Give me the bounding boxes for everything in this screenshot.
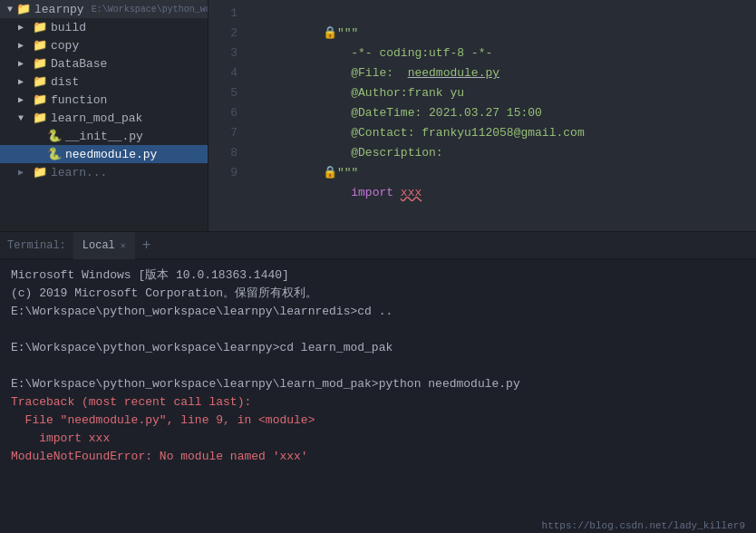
footer-link: https://blog.csdn.net/lady_killer9 [542, 520, 745, 531]
arrow-icon: ▶ [18, 58, 29, 69]
code-line-1: 🔒""" [252, 4, 749, 24]
folder-icon: 📁 [33, 38, 47, 53]
terminal-line-error: File "needmodule.py", line 9, in <module… [11, 412, 745, 430]
folder-icon: 📁 [33, 165, 47, 179]
arrow-icon: ▶ [18, 40, 29, 51]
terminal-line: E:\Workspace\python_workspace\learnpy>cd… [11, 339, 745, 357]
folder-icon: 📁 [33, 20, 47, 34]
terminal-line-error: ModuleNotFoundError: No module named 'xx… [11, 448, 745, 466]
sidebar-item-database[interactable]: ▶ 📁 DataBase [0, 54, 208, 73]
sidebar: ▼ 📁 learnpy E:\Workspace\python_workspac… [0, 0, 208, 231]
terminal-label: Terminal: [7, 239, 66, 252]
file-icon: 🐍 [47, 147, 62, 161]
folder-icon: 📁 [33, 74, 47, 89]
editor: 1 2 3 4 5 6 7 8 9 🔒""" -*- coding:utf-8 … [208, 0, 756, 231]
terminal-line-error: import xxx [11, 430, 745, 448]
terminal-add-button[interactable]: + [135, 232, 159, 259]
terminal-line: (c) 2019 Microsoft Corporation。保留所有权利。 [11, 285, 745, 303]
terminal-line [11, 357, 745, 375]
line-number: 5 [208, 83, 237, 103]
line-number: 2 [208, 24, 237, 44]
file-icon: 🐍 [47, 129, 62, 143]
arrow-icon: ▶ [18, 94, 29, 105]
line-number: 3 [208, 44, 237, 63]
sidebar-item-label: needmodule.py [65, 148, 157, 161]
line-number: 1 [208, 4, 237, 24]
line-numbers: 1 2 3 4 5 6 7 8 9 [208, 0, 245, 231]
sidebar-item-needmodule-py[interactable]: 🐍 needmodule.py [0, 145, 208, 163]
arrow-icon: ▶ [18, 167, 29, 178]
sidebar-item-init-py[interactable]: 🐍 __init__.py [0, 127, 208, 145]
terminal-line: E:\Workspace\python_workspace\learnpy\le… [11, 303, 745, 321]
sidebar-item-partial[interactable]: ▶ 📁 learn... [0, 163, 208, 181]
folder-icon: 📁 [16, 2, 31, 16]
terminal-container: Terminal: Local ✕ + Microsoft Windows [版… [0, 231, 756, 533]
sidebar-item-copy[interactable]: ▶ 📁 copy [0, 36, 208, 54]
terminal-line: Microsoft Windows [版本 10.0.18363.1440] [11, 266, 745, 285]
terminal-tabs: Terminal: Local ✕ + [0, 232, 756, 259]
terminal-tab-label: Local [82, 239, 115, 252]
terminal-line [11, 321, 745, 339]
sidebar-item-label: learn_mod_pak [51, 111, 142, 125]
line-number: 6 [208, 103, 237, 123]
lock-icon: 🔒 [323, 26, 337, 40]
line-number: 4 [208, 63, 237, 83]
sidebar-item-label: learnpy [34, 3, 84, 16]
code-area[interactable]: 🔒""" -*- coding:utf-8 -*- @File: needmod… [245, 0, 756, 231]
arrow-icon: ▼ [7, 5, 13, 15]
folder-icon: 📁 [33, 111, 47, 125]
sidebar-item-label: function [51, 93, 107, 107]
sidebar-item-build[interactable]: ▶ 📁 build [0, 18, 208, 36]
terminal-body[interactable]: Microsoft Windows [版本 10.0.18363.1440] (… [0, 259, 756, 518]
sidebar-item-label: DataBase [51, 57, 107, 71]
terminal-tab-local[interactable]: Local ✕ [73, 232, 135, 259]
sidebar-item-label: dist [51, 75, 79, 89]
sidebar-item-root[interactable]: ▼ 📁 learnpy E:\Workspace\python_workspac… [0, 0, 208, 18]
line-number: 9 [208, 163, 237, 183]
close-icon[interactable]: ✕ [121, 240, 126, 251]
sidebar-item-label: build [51, 21, 86, 34]
arrow-icon: ▶ [18, 76, 29, 87]
line-number: 7 [208, 123, 237, 143]
line-number: 8 [208, 143, 237, 163]
sidebar-item-function[interactable]: ▶ 📁 function [0, 91, 208, 109]
folder-icon: 📁 [33, 92, 47, 107]
terminal-line-error: Traceback (most recent call last): [11, 393, 745, 412]
sidebar-item-label: learn... [51, 166, 107, 179]
terminal-footer: https://blog.csdn.net/lady_killer9 [0, 518, 756, 533]
sidebar-item-label: __init__.py [65, 130, 143, 143]
sidebar-item-label: copy [51, 39, 79, 53]
lock-icon: 🔒 [323, 166, 337, 179]
folder-icon: 📁 [33, 56, 47, 71]
sidebar-item-dist[interactable]: ▶ 📁 dist [0, 73, 208, 91]
arrow-icon: ▼ [18, 113, 29, 123]
terminal-line: E:\Workspace\python_workspace\learnpy\le… [11, 375, 745, 393]
sidebar-item-learn-mod-pak[interactable]: ▼ 📁 learn_mod_pak [0, 109, 208, 127]
arrow-icon: ▶ [18, 22, 29, 33]
sidebar-project-path: E:\Workspace\python_workspace\learnpy [92, 5, 208, 15]
